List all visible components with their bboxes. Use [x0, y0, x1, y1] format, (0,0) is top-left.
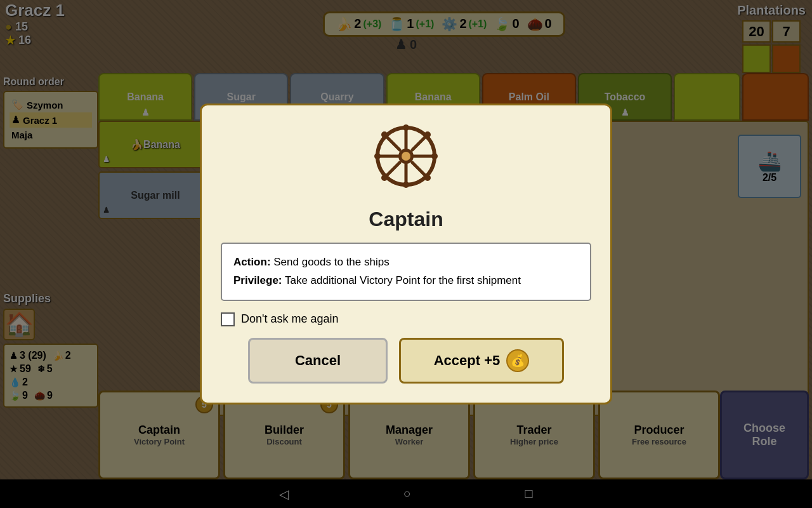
modal-icon	[374, 124, 438, 196]
accept-button[interactable]: Accept +5 💰	[399, 338, 564, 384]
modal-overlay: Captain Action: Send goods to the ships …	[0, 0, 812, 508]
modal-action-label: Action:	[233, 256, 271, 268]
modal-action-row: Action: Send goods to the ships	[233, 253, 579, 272]
svg-point-15	[381, 131, 388, 138]
accept-label: Accept +5	[434, 352, 501, 369]
modal-checkbox-label: Don't ask me again	[241, 312, 339, 326]
svg-point-16	[424, 175, 431, 181]
svg-point-12	[403, 182, 409, 188]
svg-point-2	[402, 152, 410, 161]
modal-privilege-label: Privilege:	[233, 274, 282, 286]
modal-checkbox[interactable]	[221, 312, 235, 326]
svg-point-18	[381, 175, 388, 181]
accept-coin-icon: 💰	[506, 349, 529, 372]
svg-point-14	[431, 153, 438, 159]
modal-action-text: Send goods to the ships	[273, 256, 389, 268]
svg-line-9	[412, 137, 426, 150]
modal-text-box: Action: Send goods to the ships Privileg…	[221, 243, 591, 301]
svg-line-8	[412, 163, 426, 176]
modal-privilege-row: Privilege: Take additional Victory Point…	[233, 272, 579, 290]
svg-point-17	[424, 131, 431, 138]
svg-point-13	[374, 153, 381, 159]
modal-title: Captain	[369, 208, 443, 231]
modal-checkbox-row[interactable]: Don't ask me again	[221, 312, 339, 326]
cancel-button[interactable]: Cancel	[248, 338, 388, 384]
modal: Captain Action: Send goods to the ships …	[200, 104, 612, 404]
modal-privilege-text: Take additional Victory Point for the fi…	[285, 274, 521, 286]
modal-buttons: Cancel Accept +5 💰	[221, 338, 591, 384]
svg-point-11	[403, 124, 409, 131]
ship-wheel-svg	[374, 124, 438, 188]
svg-line-10	[386, 163, 400, 176]
svg-line-7	[386, 137, 400, 150]
